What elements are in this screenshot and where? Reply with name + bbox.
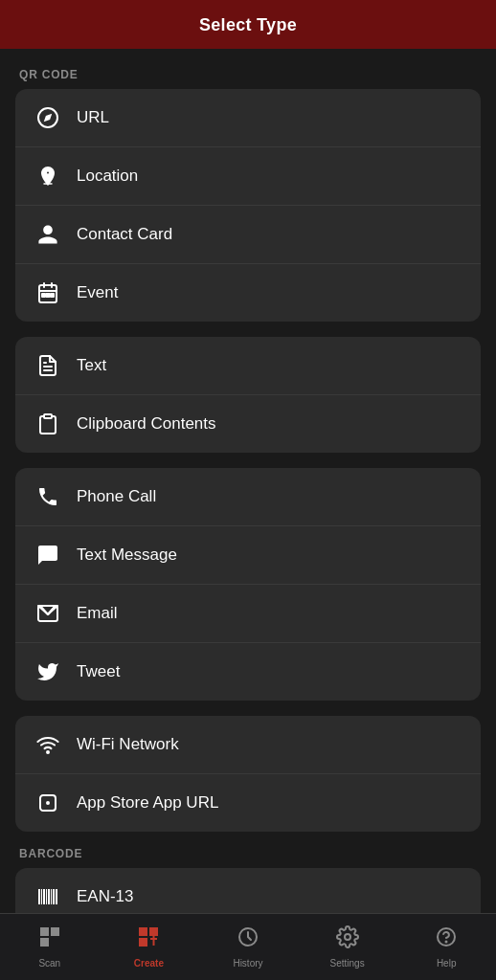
svg-rect-24 — [48, 889, 50, 904]
list-item-text-message[interactable]: Text Message — [15, 526, 481, 585]
twitter-icon — [33, 657, 63, 687]
page-title: Select Type — [199, 15, 297, 34]
section-label-barcode: BARCODE — [15, 847, 481, 860]
wifi-label: Wi-Fi Network — [77, 735, 179, 754]
svg-rect-10 — [42, 294, 45, 297]
location-icon — [33, 161, 63, 191]
list-item-phone-call[interactable]: Phone Call — [15, 468, 481, 526]
list-item-clipboard[interactable]: Clipboard Contents — [15, 395, 481, 453]
text-label: Text — [77, 356, 106, 375]
qr-create-icon — [137, 925, 160, 954]
svg-rect-22 — [43, 889, 45, 904]
list-item-wifi[interactable]: Wi-Fi Network — [15, 716, 481, 774]
clipboard-label: Clipboard Contents — [77, 414, 216, 434]
svg-rect-32 — [54, 930, 56, 933]
clipboard-icon — [33, 409, 63, 439]
svg-rect-26 — [53, 889, 55, 904]
svg-rect-33 — [43, 941, 46, 944]
content-area: QR CODE URL — [0, 49, 496, 913]
app-store-label: App Store App URL — [77, 793, 218, 813]
svg-rect-31 — [43, 930, 46, 933]
section-label-qr: QR CODE — [15, 68, 481, 81]
svg-point-47 — [345, 934, 350, 940]
card-text: Text Clipboard Contents — [15, 337, 481, 453]
tab-settings-label: Settings — [330, 958, 365, 969]
calendar-icon — [33, 278, 63, 308]
svg-rect-23 — [46, 889, 47, 904]
svg-rect-41 — [142, 930, 145, 933]
list-item-email[interactable]: Email — [15, 585, 481, 643]
svg-point-19 — [47, 802, 49, 804]
svg-rect-11 — [47, 294, 50, 297]
app-store-icon — [33, 788, 63, 818]
tab-bar: Scan Create History — [0, 913, 496, 980]
clock-icon — [237, 925, 259, 954]
email-icon — [33, 598, 63, 629]
help-icon — [435, 925, 458, 954]
location-label: Location — [77, 167, 138, 186]
event-label: Event — [77, 283, 118, 302]
wifi-icon — [33, 729, 63, 760]
list-item-contact-card[interactable]: Contact Card — [15, 206, 481, 264]
list-item-location[interactable]: Location — [15, 147, 481, 206]
svg-rect-12 — [51, 294, 54, 297]
header: Select Type — [0, 0, 496, 49]
svg-marker-1 — [44, 114, 52, 122]
svg-rect-25 — [51, 889, 52, 904]
tweet-label: Tweet — [77, 662, 120, 681]
tab-create[interactable]: Create — [100, 914, 199, 980]
ean13-label: EAN-13 — [77, 887, 134, 906]
svg-point-17 — [47, 751, 49, 753]
svg-rect-27 — [56, 889, 57, 904]
barcode-icon — [33, 881, 63, 912]
svg-rect-42 — [152, 930, 155, 933]
tab-scan[interactable]: Scan — [0, 914, 100, 980]
tab-scan-label: Scan — [38, 958, 60, 969]
list-item-text[interactable]: Text — [15, 337, 481, 395]
svg-rect-21 — [41, 889, 42, 904]
tab-create-label: Create — [134, 958, 164, 969]
list-item-tweet[interactable]: Tweet — [15, 643, 481, 701]
svg-rect-15 — [44, 414, 52, 418]
tab-history-label: History — [233, 958, 262, 969]
card-network: Wi-Fi Network App Store App URL — [15, 716, 481, 832]
list-item-url[interactable]: URL — [15, 89, 481, 147]
svg-rect-20 — [38, 889, 40, 904]
contact-card-label: Contact Card — [77, 225, 172, 244]
person-icon — [33, 219, 63, 250]
svg-point-3 — [46, 171, 50, 175]
doc-text-icon — [33, 350, 63, 381]
email-label: Email — [77, 604, 118, 623]
tab-history[interactable]: History — [198, 914, 298, 980]
text-message-label: Text Message — [77, 546, 177, 565]
compass-icon — [33, 102, 63, 133]
qr-scan-icon — [38, 925, 61, 954]
list-item-event[interactable]: Event — [15, 264, 481, 322]
card-barcode: EAN-13 — [15, 868, 481, 913]
settings-icon — [336, 925, 359, 954]
svg-rect-43 — [142, 941, 145, 944]
list-item-app-store[interactable]: App Store App URL — [15, 774, 481, 832]
card-qr: URL Location Cont — [15, 89, 481, 322]
tab-help-label: Help — [437, 958, 457, 969]
phone-icon — [33, 481, 63, 512]
tab-help[interactable]: Help — [396, 914, 496, 980]
url-label: URL — [77, 108, 109, 127]
list-item-ean13[interactable]: EAN-13 — [15, 868, 481, 913]
card-comms: Phone Call Text Message Email — [15, 468, 481, 701]
phone-call-label: Phone Call — [77, 487, 156, 506]
bubble-icon — [33, 540, 63, 570]
tab-settings[interactable]: Settings — [298, 914, 397, 980]
